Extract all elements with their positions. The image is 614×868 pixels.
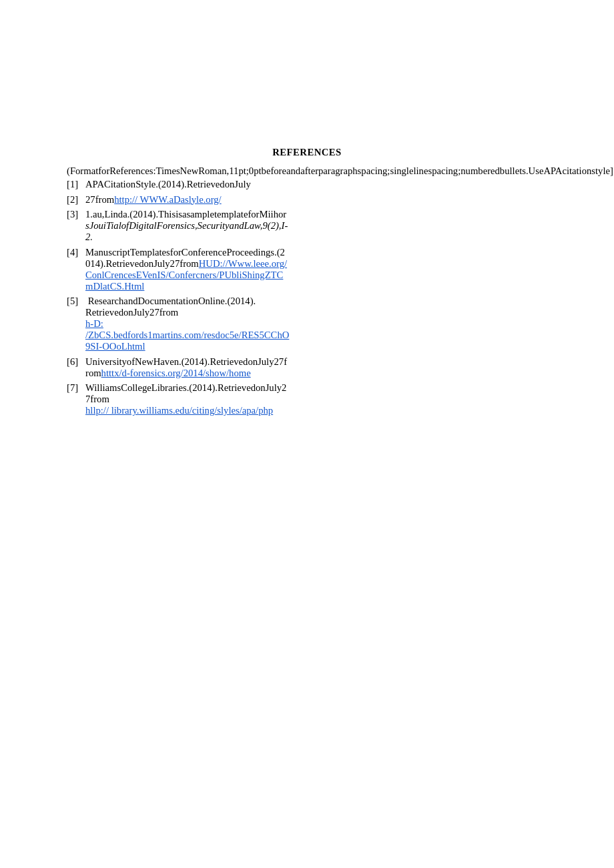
ref-number-4: [4] [67, 247, 85, 258]
reference-item-4: [4] ManuscriptTemplatesforConferenceProc… [67, 247, 547, 292]
ref-4-link[interactable]: HUD://Www.leee.org/ConlCrencesEVenIS/Con… [85, 258, 287, 292]
ref-content-7: WilliamsCollegeLibraries.(2014).Retrieve… [85, 382, 547, 416]
ref-5-link-1[interactable]: h-D: [85, 318, 103, 329]
ref-number-2: [2] [67, 194, 85, 205]
ref-content-5: ResearchandDocumentationOnline.(2014). R… [85, 296, 547, 352]
format-note: (FormatforReferences:TimesNewRoman,11pt;… [67, 166, 547, 176]
ref-number-6: [6] [67, 356, 85, 368]
ref-content-6: UniversityofNewHaven.(2014).RetrievedonJ… [85, 356, 547, 379]
ref-content-2: 27fromhttp:// WWW.aDaslyle.org/ [85, 194, 547, 205]
references-list: [1] APACitationStyle.(2014).RetrievedonJ… [67, 179, 547, 416]
reference-item-1: [1] APACitationStyle.(2014).RetrievedonJ… [67, 179, 547, 190]
reference-item-6: [6] UniversityofNewHaven.(2014).Retrieve… [67, 356, 547, 379]
ref-number-7: [7] [67, 382, 85, 394]
ref-number-5: [5] [67, 296, 85, 307]
ref-content-3: 1.au,Linda.(2014).Thisisasampletemplatef… [85, 209, 547, 243]
ref-3-italic-2: 2. [85, 232, 93, 242]
reference-item-3: [3] 1.au,Linda.(2014).Thisisasampletempl… [67, 209, 547, 243]
ref-number-1: [1] [67, 179, 85, 190]
ref-5-link-2[interactable]: /ZbCS.bedfords1martins.com/resdoc5e/RES5… [85, 330, 289, 352]
ref-number-3: [3] [67, 209, 85, 220]
ref-content-1: APACitationStyle.(2014).RetrievedonJuly [85, 179, 547, 190]
reference-item-7: [7] WilliamsCollegeLibraries.(2014).Retr… [67, 382, 547, 416]
ref-3-italic: sJouiTialofDigitalForensics,SecurityandL… [85, 220, 288, 231]
ref-6-link[interactable]: htttx/d-forensics.org/2014/show/home [101, 368, 251, 378]
ref-content-4: ManuscriptTemplatesforConferenceProceedi… [85, 247, 547, 292]
ref-7-link[interactable]: hllp:// library.williams.edu/citing/slyl… [85, 405, 273, 416]
ref-2-link[interactable]: http:// WWW.aDaslyle.org/ [114, 194, 222, 205]
reference-item-5: [5] ResearchandDocumentationOnline.(2014… [67, 296, 547, 352]
references-heading: REFERENCES [67, 147, 547, 158]
page: REFERENCES (FormatforReferences:TimesNew… [0, 0, 614, 868]
reference-item-2: [2] 27fromhttp:// WWW.aDaslyle.org/ [67, 194, 547, 205]
